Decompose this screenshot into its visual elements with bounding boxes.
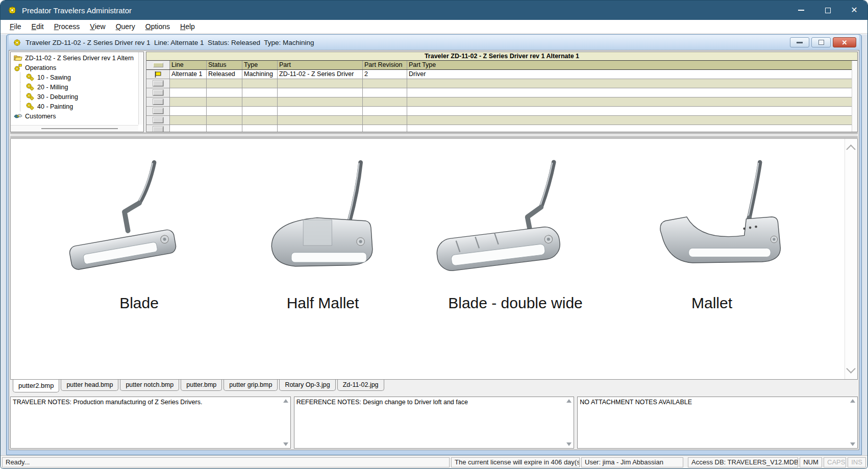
cell-status[interactable]: Released — [207, 70, 242, 79]
child-close-button[interactable]: ✕ — [833, 37, 856, 47]
status-caps-lock: CAPS — [824, 457, 846, 467]
menu-options[interactable]: Options — [140, 20, 175, 33]
close-icon: ✕ — [851, 6, 857, 14]
tab-zd-11-02-jpg[interactable]: Zd-11-02.jpg — [337, 380, 384, 391]
menu-file[interactable]: File — [5, 20, 27, 33]
tree-item-operations[interactable]: Operations — [12, 63, 143, 72]
column-header-status[interactable]: Status — [207, 61, 242, 69]
row-selector-cell[interactable] — [146, 88, 170, 97]
scroll-up-icon[interactable] — [850, 399, 855, 403]
titlebar: Predator Travelers Administrator ✕ — [1, 1, 867, 20]
grid-corner-cell[interactable] — [146, 61, 170, 69]
grid-empty-row — [146, 107, 857, 116]
tree-item-customers[interactable]: Customers — [12, 111, 143, 121]
tree-vertical-scrollbar[interactable] — [138, 52, 143, 125]
scroll-down-icon[interactable] — [283, 442, 288, 446]
operation-icon — [26, 73, 35, 81]
empty-cell — [207, 125, 242, 132]
empty-cell — [242, 116, 278, 125]
tab-putter-grip-bmp[interactable]: putter grip.bmp — [224, 380, 278, 391]
attachment-notes-panel[interactable]: NO ATTACHMENT NOTES AVAILABLE — [577, 397, 858, 449]
menu-query[interactable]: Query — [111, 20, 140, 33]
status-access-db: Access DB: TRAVELERS_V12.MDB — [688, 457, 798, 467]
tree-item-op-30-deburring[interactable]: 30 - Deburring — [12, 92, 143, 102]
empty-cell — [170, 125, 207, 132]
empty-cell — [363, 88, 407, 97]
row-selector-cell[interactable] — [146, 79, 170, 88]
tree-item-label: 40 - Painting — [37, 103, 73, 110]
tab-rotary-op3-jpg[interactable]: Rotary Op-3.jpg — [279, 380, 335, 391]
row-selector-button — [153, 90, 163, 95]
tree-item-traveler-root[interactable]: ZD-11-02 - Z Series Driver rev 1 Altern — [12, 53, 143, 63]
column-header-part-revision[interactable]: Part Revision — [363, 61, 407, 69]
scroll-down-icon[interactable] — [566, 442, 572, 446]
status-user: User: jima - Jim Abbassian — [581, 457, 683, 467]
column-header-line[interactable]: Line — [170, 61, 207, 69]
traveler-notes-panel[interactable]: TRAVELER NOTES: Production manufacturing… — [10, 397, 291, 449]
scroll-up-icon[interactable] — [283, 399, 288, 403]
empty-cell — [207, 88, 242, 97]
empty-cell — [242, 79, 278, 88]
operation-icon — [26, 93, 35, 101]
empty-cell — [407, 97, 857, 106]
child-restore-button[interactable] — [811, 37, 831, 47]
child-minimize-button[interactable] — [790, 37, 809, 47]
row-selector-cell[interactable] — [146, 107, 170, 115]
empty-cell — [242, 97, 278, 106]
menu-process[interactable]: Process — [49, 20, 85, 33]
empty-cell — [207, 97, 242, 106]
grid-empty-row — [146, 125, 857, 132]
column-header-type[interactable]: Type — [242, 61, 278, 69]
menu-view[interactable]: View — [85, 20, 110, 33]
tree-hscroll-thumb[interactable] — [41, 128, 118, 129]
grid-empty-row — [146, 88, 857, 97]
row-selector-cell[interactable] — [146, 97, 170, 106]
grid-vertical-scrollbar[interactable] — [852, 61, 857, 132]
empty-cell — [407, 107, 857, 115]
reference-notes-panel[interactable]: REFERENCE NOTES: Design change to Driver… — [294, 397, 575, 449]
close-button[interactable]: ✕ — [841, 1, 867, 20]
row-selector-cell[interactable] — [146, 116, 170, 125]
tree-item-op-20-milling[interactable]: 20 - Milling — [12, 82, 143, 92]
empty-cell — [278, 79, 363, 88]
cell-part-revision[interactable]: 2 — [363, 70, 407, 79]
cell-part[interactable]: ZD-11-02 - Z Series Driver — [278, 70, 363, 79]
column-header-part-type[interactable]: Part Type — [407, 61, 857, 69]
tree-item-op-40-painting[interactable]: 40 - Painting — [12, 102, 143, 111]
flag-icon — [154, 71, 162, 78]
mallet-putter-image — [629, 158, 795, 288]
putter-figure-blade-double-wide: Blade - double wide — [428, 158, 604, 312]
row-selector-button — [153, 63, 163, 67]
tab-putter2-bmp[interactable]: putter2.bmp — [13, 380, 59, 392]
scroll-up-icon[interactable] — [566, 399, 572, 403]
chevron-up-icon[interactable] — [846, 144, 855, 154]
minimize-button[interactable] — [788, 1, 814, 20]
cell-line[interactable]: Alternate 1 — [170, 70, 207, 79]
traveler-gear-icon — [13, 38, 21, 47]
attachment-tabbar: putter2.bmp putter head.bmp putter notch… — [10, 380, 858, 393]
tab-putter-bmp[interactable]: putter.bmp — [181, 380, 222, 391]
grid-title-band: Traveler ZD-11-02 - Z Series Driver rev … — [146, 52, 857, 61]
menu-edit[interactable]: Edit — [27, 20, 49, 33]
putter-figure-mallet: Mallet — [629, 158, 795, 312]
maximize-button[interactable] — [814, 1, 841, 20]
tree-item-label: 30 - Deburring — [37, 93, 78, 101]
row-selector-cell[interactable] — [146, 125, 170, 132]
cell-part-type[interactable]: Driver — [407, 70, 857, 79]
attachment-viewer: Blade — [10, 138, 858, 380]
tree-item-op-10-sawing[interactable]: 10 - Sawing — [12, 72, 143, 82]
grid-data-row[interactable]: Alternate 1 Released Machining ZD-11-02 … — [146, 70, 857, 79]
empty-cell — [363, 116, 407, 125]
menu-help[interactable]: Help — [175, 20, 200, 33]
tab-putter-notch-bmp[interactable]: putter notch.bmp — [120, 380, 179, 391]
chevron-down-icon[interactable] — [846, 364, 855, 373]
horizontal-splitter[interactable] — [10, 133, 858, 138]
tree-horizontal-scrollbar[interactable] — [11, 125, 138, 132]
row-selector-cell[interactable] — [146, 70, 170, 79]
customers-icon — [14, 112, 22, 120]
viewer-scrollbar[interactable] — [845, 139, 857, 379]
column-header-part[interactable]: Part — [278, 61, 363, 69]
cell-type[interactable]: Machining — [242, 70, 278, 79]
tab-putter-head-bmp[interactable]: putter head.bmp — [61, 380, 118, 391]
scroll-down-icon[interactable] — [850, 442, 855, 446]
